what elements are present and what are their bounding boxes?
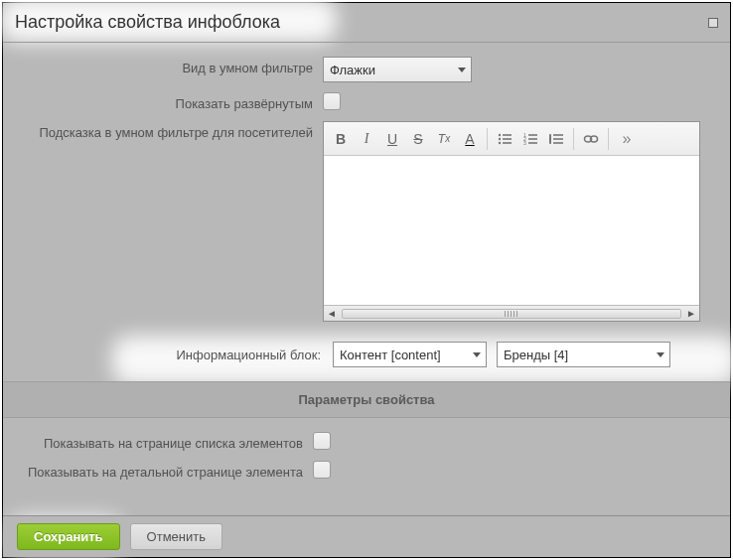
clear-format-icon[interactable]: Tx — [431, 126, 457, 152]
select-iblock-value: Бренды [4] — [497, 342, 670, 367]
strike-icon[interactable]: S — [405, 126, 431, 152]
list-ul-icon[interactable] — [492, 126, 517, 152]
scroll-left-icon[interactable]: ◄ — [324, 307, 340, 321]
checkbox-show-on-detail[interactable] — [313, 461, 331, 479]
checkbox-show-on-list[interactable] — [313, 432, 331, 450]
rich-text-editor: B I U S Tx A 123 — [323, 121, 700, 322]
toolbar-separator — [608, 128, 609, 150]
select-smart-filter-view-value: Флажки — [323, 57, 472, 82]
svg-rect-3 — [503, 138, 512, 140]
label-show-on-detail: Показывать на детальной странице элемент… — [25, 461, 313, 480]
svg-rect-12 — [549, 134, 551, 144]
bold-icon[interactable]: B — [328, 126, 354, 152]
svg-rect-15 — [553, 142, 563, 144]
rte-h-scrollbar[interactable]: ◄ ► — [324, 305, 699, 321]
row-show-on-detail: Показывать на детальной странице элемент… — [25, 461, 708, 480]
cancel-button[interactable]: Отменить — [130, 523, 222, 550]
list-ol-icon[interactable]: 123 — [517, 126, 543, 152]
svg-rect-9 — [528, 138, 537, 140]
dialog-body: Вид в умном фильтре Флажки Показать разв… — [3, 43, 730, 480]
svg-rect-7 — [528, 134, 537, 136]
select-iblock-type[interactable]: Контент [content] — [333, 342, 487, 367]
select-smart-filter-view[interactable]: Флажки — [323, 57, 472, 82]
toolbar-separator — [487, 128, 488, 150]
label-smart-filter-view: Вид в умном фильтре — [25, 57, 323, 75]
row-show-on-list: Показывать на странице списка элементов — [25, 432, 708, 451]
dialog-footer: Сохранить Отменить — [3, 515, 730, 557]
svg-rect-13 — [553, 134, 563, 136]
label-show-expanded: Показать развёрнутым — [25, 92, 323, 111]
scroll-thumb[interactable] — [342, 309, 681, 319]
titlebar: Настройка свойства инфоблока — [3, 3, 730, 43]
italic-icon[interactable]: I — [354, 126, 379, 152]
row-show-expanded: Показать развёрнутым — [25, 92, 708, 111]
row-smart-filter-view: Вид в умном фильтре Флажки — [25, 57, 708, 82]
svg-point-2 — [499, 137, 501, 139]
dialog: Настройка свойства инфоблока Вид в умном… — [2, 2, 731, 558]
rte-textarea[interactable] — [324, 156, 699, 305]
label-hint: Подсказка в умном фильтре для посетителе… — [25, 121, 323, 140]
svg-point-4 — [499, 141, 501, 143]
maximize-icon[interactable] — [708, 18, 718, 28]
select-iblock[interactable]: Бренды [4] — [497, 342, 670, 367]
svg-text:3: 3 — [523, 140, 526, 145]
svg-rect-11 — [528, 142, 537, 144]
scroll-right-icon[interactable]: ► — [683, 307, 699, 321]
underline-icon[interactable]: U — [379, 126, 405, 152]
more-icon[interactable]: » — [613, 126, 639, 152]
svg-point-0 — [499, 133, 501, 135]
svg-rect-5 — [503, 142, 512, 144]
label-info-block: Информационный блок: — [25, 348, 323, 362]
section-header-params: Параметры свойства — [3, 381, 730, 418]
row-info-block: Информационный блок: Контент [content] Б… — [25, 342, 708, 367]
save-button[interactable]: Сохранить — [17, 523, 120, 550]
label-show-on-list: Показывать на странице списка элементов — [25, 432, 313, 451]
text-color-icon[interactable]: A — [457, 126, 483, 152]
toolbar-separator — [573, 128, 574, 150]
link-icon[interactable] — [578, 126, 604, 152]
svg-rect-1 — [503, 134, 512, 136]
select-iblock-type-value: Контент [content] — [333, 342, 487, 367]
rte-toolbar: B I U S Tx A 123 — [324, 122, 699, 156]
row-hint: Подсказка в умном фильтре для посетителе… — [25, 121, 708, 322]
dialog-title: Настройка свойства инфоблока — [15, 12, 280, 33]
checkbox-show-expanded[interactable] — [323, 92, 341, 110]
blockquote-icon[interactable] — [543, 126, 569, 152]
svg-rect-14 — [553, 138, 563, 140]
